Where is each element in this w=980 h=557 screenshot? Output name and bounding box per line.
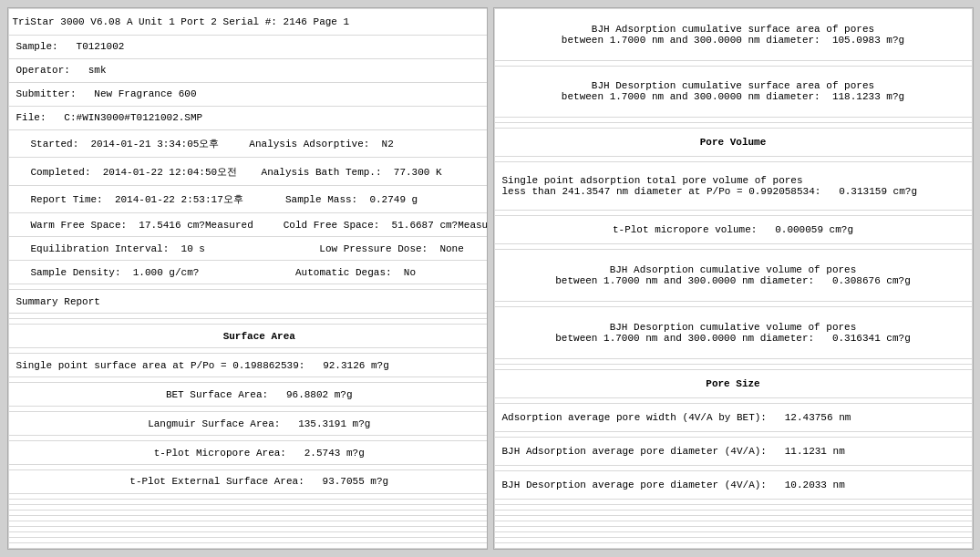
langmuir-value: 135.3191 m?g xyxy=(298,418,370,429)
pore-volume-title: Pore Volume xyxy=(494,129,972,157)
bjh-des-vol-value: 0.316341 cm?g xyxy=(832,333,911,344)
bjh-des-avg-diam-value: 10.2033 nm xyxy=(785,480,845,490)
t-plot-ext-label: t-Plot External Surface Area: xyxy=(129,476,304,487)
warm-free-label: Warm Free Space: xyxy=(31,220,128,231)
file-value: C:#WIN3000#T0121002.SMP xyxy=(64,112,202,123)
single-adsorption-line2: less than 241.3547 nm diameter at P/Po =… xyxy=(502,186,821,197)
completed-value: 2014-01-22 12:04:50오전 xyxy=(103,167,237,178)
file-label: File: xyxy=(16,112,46,123)
equil-label: Equilibration Interval: xyxy=(31,243,170,254)
operator-value: smk xyxy=(88,65,107,76)
bjh-ads-avg-diam-label: BJH Adsorption average pore diameter (4V… xyxy=(502,446,767,457)
sample-density-label: Sample Density: xyxy=(31,267,121,278)
bjh-ads-vol-line1: BJH Adsorption cumulative volume of pore… xyxy=(499,264,968,275)
t-plot-micro-label: t-Plot Micropore Area: xyxy=(154,448,286,459)
bjh-ads-surface-line2: between 1.7000 nm and 300.0000 nm diamet… xyxy=(562,35,820,46)
submitter-value: New Fragrance 600 xyxy=(94,88,196,99)
completed-label: Completed: xyxy=(31,167,91,178)
ads-avg-width-label: Adsorption average pore width (4V/A by B… xyxy=(502,412,767,423)
summary-report-label: Summary Report xyxy=(8,290,488,314)
operator-label: Operator: xyxy=(16,65,70,76)
analysis-bath-label: Analysis Bath Temp.: xyxy=(262,167,382,178)
bjh-des-surface-value: 118.1233 m?g xyxy=(832,91,904,102)
single-point-value: 92.3126 m?g xyxy=(323,360,389,371)
bjh-ads-surface-line1: BJH Adsorption cumulative surface area o… xyxy=(499,24,968,35)
started-label: Started: xyxy=(31,139,79,150)
submitter-label: Submitter: xyxy=(16,88,77,99)
auto-degas-value: No xyxy=(404,267,416,278)
sample-label: Sample: xyxy=(16,41,58,52)
equil-value: 10 s xyxy=(181,243,205,254)
t-plot-micro-value: 2.5743 m?g xyxy=(304,448,365,459)
cold-free-value: 51.6687 cm?Measured xyxy=(392,220,488,231)
surface-area-title: Surface Area xyxy=(8,325,488,348)
bjh-des-avg-diam-label: BJH Desorption average pore diameter (4V… xyxy=(502,480,767,490)
bjh-ads-vol-line2: between 1.7000 nm and 300.0000 nm diamet… xyxy=(555,275,814,286)
bjh-ads-avg-diam-value: 11.1231 nm xyxy=(785,446,845,457)
analysis-adsorptive-label: Analysis Adsorptive: xyxy=(249,139,369,150)
t-plot-micro-vol-value: 0.000059 cm?g xyxy=(775,224,853,235)
bet-label: BET Surface Area: xyxy=(166,389,268,400)
low-pressure-label: Low Pressure Dose: xyxy=(319,243,428,254)
single-point-label: Single point surface area at P/Po = 0.19… xyxy=(16,360,305,371)
sample-mass-label: Sample Mass: xyxy=(285,194,357,205)
report-time-label: Report Time: xyxy=(31,194,103,205)
cold-free-label: Cold Free Space: xyxy=(284,220,380,231)
t-plot-ext-value: 93.7055 m?g xyxy=(323,476,389,487)
header-text: TriStar 3000 V6.08 A Unit 1 Port 2 Seria… xyxy=(8,9,488,36)
sample-value: T0121002 xyxy=(77,41,125,52)
low-pressure-value: None xyxy=(439,243,463,254)
left-panel: TriStar 3000 V6.08 A Unit 1 Port 2 Seria… xyxy=(7,7,488,550)
bjh-des-surface-line2: between 1.7000 nm and 300.0000 nm diamet… xyxy=(562,91,820,102)
single-adsorption-value: 0.313159 cm?g xyxy=(839,186,917,197)
bjh-des-vol-line2: between 1.7000 nm and 300.0000 nm diamet… xyxy=(555,333,814,344)
bjh-des-vol-line1: BJH Desorption cumulative volume of pore… xyxy=(499,322,968,333)
sample-mass-value: 0.2749 g xyxy=(369,194,418,205)
bjh-ads-surface-value: 105.0983 m?g xyxy=(832,35,904,46)
bet-value: 96.8802 m?g xyxy=(286,389,353,400)
ads-avg-width-value: 12.43756 nm xyxy=(785,412,851,423)
t-plot-micro-vol-label: t-Plot micropore volume: xyxy=(613,224,757,235)
pore-size-title: Pore Size xyxy=(494,369,972,397)
analysis-bath-value: 77.300 K xyxy=(394,167,442,178)
report-time-value: 2014-01-22 2:53:17오후 xyxy=(115,194,243,205)
auto-degas-label: Automatic Degas: xyxy=(295,267,392,278)
analysis-adsorptive-value: N2 xyxy=(382,139,394,150)
single-adsorption-line1: Single point adsorption total pore volum… xyxy=(502,175,968,186)
warm-free-value: 17.5416 cm?Measured xyxy=(139,220,253,231)
sample-density-value: 1.000 g/cm? xyxy=(133,267,200,278)
bjh-des-surface-line1: BJH Desorption cumulative surface area o… xyxy=(499,80,968,91)
bjh-ads-vol-value: 0.308676 cm?g xyxy=(832,275,911,286)
langmuir-label: Langmuir Surface Area: xyxy=(148,418,280,429)
started-value: 2014-01-21 3:34:05오후 xyxy=(91,139,220,150)
right-panel: BJH Adsorption cumulative surface area o… xyxy=(493,7,974,550)
